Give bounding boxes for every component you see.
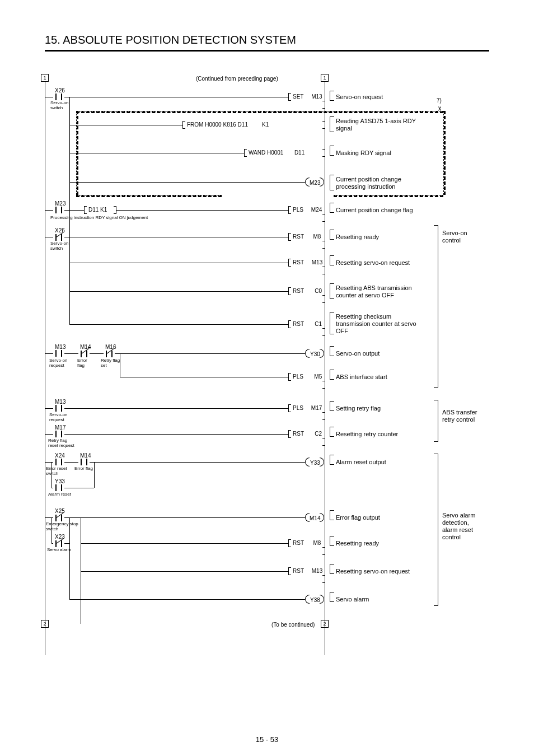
contact-nc bbox=[53, 540, 64, 548]
instr-pls-m17: PLS M17 bbox=[288, 404, 325, 412]
contact-no bbox=[78, 459, 90, 465]
instr-pls-m24: PLS M24 bbox=[288, 206, 325, 214]
contact-no bbox=[53, 94, 64, 100]
instr-rst-m13: RST M13 bbox=[288, 259, 325, 267]
contact-no bbox=[53, 350, 64, 357]
instr-rst-m8b: RST M8 bbox=[288, 539, 325, 547]
desc: Error flag output bbox=[336, 514, 380, 521]
contact-no bbox=[53, 207, 64, 213]
m17: M17 bbox=[55, 424, 65, 431]
desc: Resetting ready bbox=[336, 234, 379, 240]
contact-no bbox=[53, 459, 64, 465]
page-title: 15. ABSOLUTE POSITION DETECTION SYSTEM bbox=[45, 34, 489, 46]
instr-rst-m13b: RST M13 bbox=[288, 567, 325, 575]
m23-label: M23 bbox=[55, 200, 65, 207]
desc: Setting retry flag bbox=[336, 405, 381, 412]
connector-bot-left: 2 bbox=[41, 620, 49, 628]
m14-lbl: M14 bbox=[80, 344, 91, 350]
ladder-diagram: 1 (Continued from preceding page) 1 X26 … bbox=[45, 74, 476, 668]
contact-no bbox=[53, 431, 64, 437]
desc: Resetting servo-on request bbox=[336, 259, 410, 266]
instr-pls-m5: PLS M5 bbox=[288, 373, 325, 381]
instr-set-m13: SET M13 bbox=[288, 93, 325, 101]
contact-nc bbox=[78, 350, 90, 358]
contact-no bbox=[53, 484, 64, 491]
header-rule bbox=[45, 50, 489, 52]
brace bbox=[434, 400, 438, 442]
desc: Resetting ABS transmissioncounter at ser… bbox=[336, 284, 412, 299]
d11k1-box: D11 K1 bbox=[84, 206, 116, 214]
m13-lbl: M13 bbox=[55, 344, 65, 350]
brace bbox=[434, 225, 438, 388]
brace bbox=[434, 454, 438, 606]
to-be-cont: (To be continued) bbox=[271, 622, 315, 628]
desc: Resetting checksumtransmission counter a… bbox=[336, 313, 416, 335]
desc: Servo-on output bbox=[336, 350, 380, 357]
y33: Y33 bbox=[310, 460, 320, 466]
connector-bot-right: 2 bbox=[321, 620, 329, 628]
desc: Resetting retry counter bbox=[336, 431, 398, 437]
y33c: Y33 bbox=[55, 478, 65, 484]
desc: Current position change flag bbox=[336, 207, 413, 213]
group3: Servo alarmdetection,alarm resetcontrol bbox=[442, 512, 475, 541]
x26nc-sub: Servo-onswitch bbox=[50, 241, 68, 251]
instr-rst-c1: RST C1 bbox=[288, 320, 325, 328]
desc: Resetting ready bbox=[336, 540, 379, 547]
desc: Alarm reset output bbox=[336, 459, 386, 465]
contact-nc bbox=[53, 234, 64, 241]
desc: Servo-on request bbox=[336, 94, 383, 100]
group-dashed bbox=[76, 111, 443, 195]
connector-top-right: 1 bbox=[321, 74, 329, 82]
contact-no bbox=[53, 405, 64, 412]
m14b: M14 bbox=[80, 452, 91, 459]
continued-from: (Continued from preceding page) bbox=[196, 76, 278, 82]
procline: Processing instruction RDY signal ON jud… bbox=[50, 215, 148, 220]
y30: Y30 bbox=[310, 351, 320, 357]
desc: Servo alarm bbox=[336, 596, 369, 603]
x26-label: X26 bbox=[55, 87, 65, 94]
x26-sub: Servo-onswitch bbox=[50, 100, 68, 110]
desc: ABS interface start bbox=[336, 374, 387, 380]
m13b: M13 bbox=[55, 399, 65, 405]
desc: Resetting servo-on request bbox=[336, 568, 410, 575]
instr-rst-c0: RST C0 bbox=[288, 287, 325, 295]
m16-lbl: M16 bbox=[105, 344, 116, 350]
page-number: 15 - 53 bbox=[0, 735, 534, 744]
instr-rst-c2: RST C2 bbox=[288, 430, 325, 438]
group1: Servo-oncontrol bbox=[442, 230, 467, 244]
m14coil: M14 bbox=[310, 515, 320, 521]
contact-nc bbox=[53, 514, 64, 522]
connector-top-left: 1 bbox=[41, 74, 49, 82]
contact-nc bbox=[104, 350, 115, 358]
instr-rst-m8: RST M8 bbox=[288, 233, 325, 241]
y38: Y38 bbox=[310, 597, 320, 603]
group2: ABS transferretry control bbox=[442, 409, 477, 423]
x24: X24 bbox=[55, 452, 65, 459]
